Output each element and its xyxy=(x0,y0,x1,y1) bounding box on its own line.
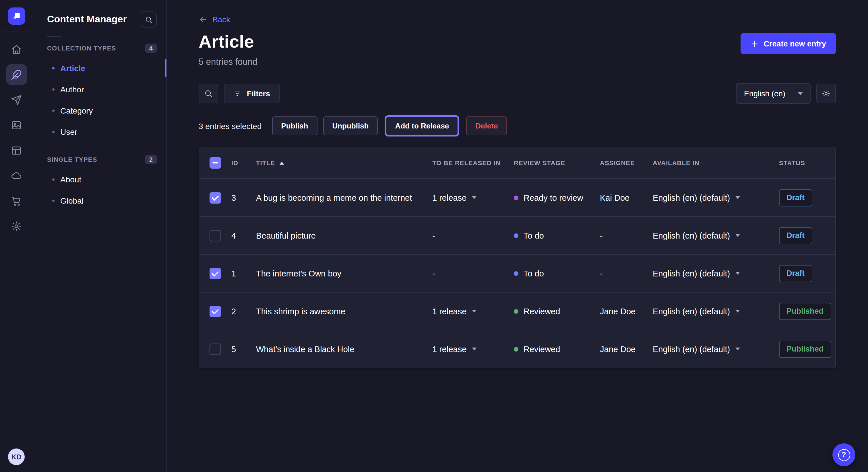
cell-available-in[interactable]: English (en) (default) xyxy=(653,269,779,278)
chevron-down-icon xyxy=(735,196,740,199)
filters-button[interactable]: Filters xyxy=(224,84,279,103)
cell-available-in[interactable]: English (en) (default) xyxy=(653,231,779,240)
status-badge: Draft xyxy=(779,227,812,244)
table-row[interactable]: 4 Beautiful picture - To do - English (e… xyxy=(199,216,835,254)
stage-dot-icon xyxy=(514,347,518,351)
help-button[interactable]: ? xyxy=(832,443,856,466)
marketplace-cart-icon[interactable] xyxy=(6,191,27,211)
table-row[interactable]: 2 This shrimp is awesome 1 release Revie… xyxy=(199,292,835,330)
bullet-icon xyxy=(52,178,55,180)
table-row[interactable]: 1 The internet's Own boy - To do - Engli… xyxy=(199,254,835,292)
create-new-entry-button[interactable]: Create new entry xyxy=(741,33,836,54)
cell-released-in[interactable]: 1 release xyxy=(432,344,514,353)
entries-table: ID TITLE TO BE RELEASED IN REVIEW STAGE … xyxy=(198,147,836,368)
sidebar-item-user[interactable]: User xyxy=(33,121,166,142)
cell-review-stage: Ready to review xyxy=(514,193,600,202)
app-window: KD Content Manager COLLECTION TYPES 4 Ar… xyxy=(0,0,868,472)
cell-id: 4 xyxy=(231,231,256,240)
main-nav-rail: KD xyxy=(0,0,33,472)
cell-released-in[interactable]: 1 release xyxy=(432,307,514,316)
search-icon xyxy=(145,15,153,24)
logo-area xyxy=(0,0,33,32)
create-new-entry-label: Create new entry xyxy=(764,39,826,48)
add-to-release-button[interactable]: Add to Release xyxy=(386,116,458,135)
settings-gear-icon[interactable] xyxy=(6,216,27,236)
question-mark-icon: ? xyxy=(838,449,850,461)
sidebar-item-author[interactable]: Author xyxy=(33,78,166,100)
row-checkbox[interactable] xyxy=(210,343,221,355)
sidebar-item-category[interactable]: Category xyxy=(33,100,166,121)
sidebar-item-about[interactable]: About xyxy=(33,169,166,190)
single-types-count-badge: 2 xyxy=(145,155,157,164)
sidebar-item-global[interactable]: Global xyxy=(33,190,166,211)
strapi-logo-glyph xyxy=(12,11,21,21)
row-checkbox[interactable] xyxy=(210,230,221,241)
gear-icon xyxy=(822,89,831,98)
collection-types-label: COLLECTION TYPES xyxy=(47,45,116,52)
column-header-title[interactable]: TITLE xyxy=(256,160,432,166)
sort-ascending-icon xyxy=(280,162,284,164)
table-row[interactable]: 5 What's inside a Black Hole 1 release R… xyxy=(199,330,835,368)
row-checkbox[interactable] xyxy=(210,268,221,279)
user-avatar[interactable]: KD xyxy=(8,448,25,465)
send-paper-plane-icon[interactable] xyxy=(6,90,27,110)
table-row[interactable]: 3 A bug is becoming a meme on the intern… xyxy=(199,178,835,216)
cell-assignee: - xyxy=(600,231,653,240)
status-badge: Published xyxy=(779,303,831,320)
cell-title: This shrimp is awesome xyxy=(256,307,432,316)
cell-available-in[interactable]: English (en) (default) xyxy=(653,307,779,316)
sidebar-item-label: User xyxy=(60,127,77,136)
status-badge: Draft xyxy=(779,265,812,282)
cell-available-in[interactable]: English (en) (default) xyxy=(653,193,779,202)
sidebar-item-label: Global xyxy=(60,196,84,205)
collection-types-count-badge: 4 xyxy=(145,43,157,53)
chevron-down-icon xyxy=(735,347,740,350)
cell-available-in[interactable]: English (en) (default) xyxy=(653,344,779,353)
cell-assignee: Kai Doe xyxy=(600,193,653,202)
cell-review-stage: Reviewed xyxy=(514,344,600,353)
chevron-down-icon xyxy=(735,234,740,237)
chevron-down-icon xyxy=(472,347,476,350)
entries-count-text: 5 entries found xyxy=(198,57,257,67)
sidebar-item-article[interactable]: Article xyxy=(33,57,166,78)
back-arrow-icon xyxy=(198,15,208,24)
publish-button[interactable]: Publish xyxy=(272,116,317,135)
unpublish-button[interactable]: Unpublish xyxy=(323,116,378,135)
home-icon[interactable] xyxy=(6,39,27,60)
cell-released-in: - xyxy=(432,231,514,240)
row-checkbox[interactable] xyxy=(210,192,221,203)
column-header-id[interactable]: ID xyxy=(231,160,256,166)
strapi-logo[interactable] xyxy=(8,7,25,25)
sidebar-search-button[interactable] xyxy=(141,11,157,28)
cell-released-in: - xyxy=(432,269,514,278)
chevron-down-icon xyxy=(472,196,476,199)
content-type-builder-layout-icon[interactable] xyxy=(6,140,27,161)
search-button[interactable] xyxy=(198,84,218,103)
cloud-icon[interactable] xyxy=(6,165,27,186)
cell-title: A bug is becoming a meme on the internet xyxy=(256,193,432,202)
cell-released-in[interactable]: 1 release xyxy=(432,193,514,202)
cell-review-stage: Reviewed xyxy=(514,307,600,316)
entries-selected-text: 3 entries selected xyxy=(198,121,261,131)
sidebar-item-label: About xyxy=(60,175,81,184)
delete-button[interactable]: Delete xyxy=(466,116,507,135)
locale-select[interactable]: English (en) xyxy=(736,83,811,104)
select-all-checkbox[interactable] xyxy=(210,157,221,169)
content-manager-feather-icon[interactable] xyxy=(6,64,27,85)
filters-label: Filters xyxy=(247,89,270,98)
page-title: Article xyxy=(198,32,257,52)
cell-id: 5 xyxy=(231,344,256,353)
column-header-available-in: AVAILABLE IN xyxy=(653,160,779,166)
row-checkbox[interactable] xyxy=(210,305,221,317)
cell-title: Beautiful picture xyxy=(256,231,432,240)
cell-id: 3 xyxy=(231,193,256,202)
sidebar-divider xyxy=(47,36,61,37)
cell-review-stage: To do xyxy=(514,231,600,240)
chevron-down-icon xyxy=(472,310,476,312)
single-types-label: SINGLE TYPES xyxy=(47,156,97,163)
media-library-image-icon[interactable] xyxy=(6,115,27,135)
back-link[interactable]: Back xyxy=(198,15,230,24)
list-settings-button[interactable] xyxy=(816,84,836,103)
stage-dot-icon xyxy=(514,233,518,238)
filter-icon xyxy=(233,89,242,98)
